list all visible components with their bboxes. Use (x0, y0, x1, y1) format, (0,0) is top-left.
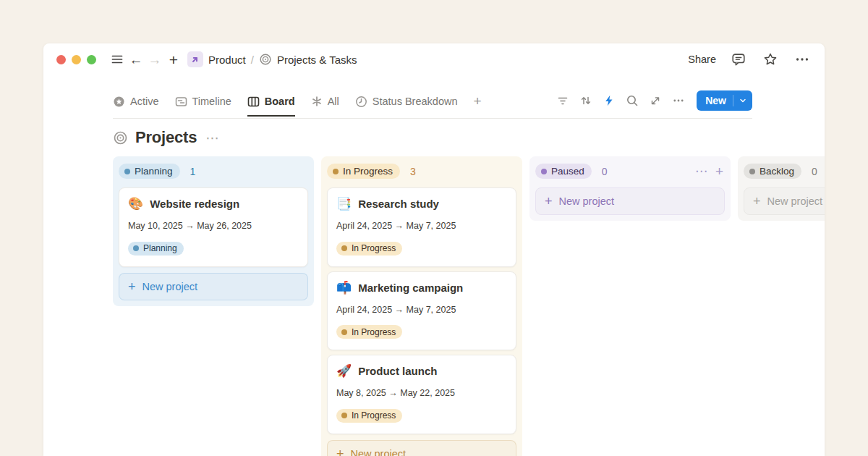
automation-bolt-icon[interactable] (600, 92, 618, 109)
minimize-window-button[interactable] (72, 55, 81, 64)
column-count: 0 (602, 166, 608, 177)
status-label: Planning (135, 166, 173, 177)
sort-icon[interactable] (576, 92, 595, 109)
status-badge[interactable]: Planning (119, 164, 180, 179)
project-title: Marketing campaign (358, 282, 463, 294)
view-actions: New (553, 90, 752, 118)
new-project-label: New project (559, 195, 615, 207)
new-project-label: New project (351, 448, 407, 456)
new-project-button[interactable]: + New project (327, 440, 516, 456)
search-icon[interactable] (623, 92, 642, 109)
forward-button[interactable]: → (145, 50, 164, 69)
board-column-planning: Planning 1 🎨 Website redesign May 10, 20… (113, 156, 314, 306)
tab-board[interactable]: Board (247, 96, 295, 117)
new-project-button[interactable]: + New project (744, 187, 825, 215)
back-button[interactable]: ← (127, 50, 145, 69)
mailbox-icon: 📫 (336, 282, 352, 294)
project-dates: May 8, 2025 → May 22, 2025 (336, 388, 507, 398)
status-badge[interactable]: Paused (535, 164, 592, 179)
new-project-button[interactable]: + New project (535, 187, 725, 215)
palette-icon: 🎨 (128, 198, 143, 210)
status-badge: In Progress (336, 242, 402, 256)
tab-label: All (328, 96, 339, 107)
board-column-in-progress: In Progress 3 📑 Research study April 24,… (321, 156, 522, 456)
status-badge[interactable]: In Progress (327, 164, 400, 179)
status-label: Paused (551, 166, 584, 177)
column-more-icon[interactable]: ⋯ (695, 165, 708, 177)
tab-timeline[interactable]: Timeline (175, 96, 231, 117)
page-header: Projects ⋯ (113, 128, 752, 147)
window-controls (56, 55, 96, 64)
more-options-icon[interactable] (793, 50, 812, 69)
project-card[interactable]: 🚀 Product launch May 8, 2025 → May 22, 2… (327, 355, 516, 434)
new-page-button[interactable]: + (164, 50, 183, 69)
status-label: Backlog (760, 166, 794, 177)
filter-icon[interactable] (553, 92, 572, 109)
status-badge: In Progress (336, 409, 402, 423)
workspace-icon[interactable] (187, 51, 203, 67)
status-label: In Progress (352, 243, 396, 253)
chevron-down-icon[interactable] (733, 96, 752, 105)
page-title: Projects (135, 128, 197, 147)
board-column-backlog: Backlog 0 + New project (738, 156, 825, 221)
column-header: In Progress 3 (327, 164, 515, 179)
more-view-options-icon[interactable] (669, 92, 688, 109)
expand-icon[interactable] (646, 92, 665, 109)
share-button[interactable]: Share (688, 54, 716, 65)
breadcrumb-page[interactable]: Projects & Tasks (277, 54, 357, 66)
column-count: 1 (190, 166, 196, 177)
project-card[interactable]: 🎨 Website redesign May 10, 2025 → May 26… (119, 187, 308, 267)
plus-icon: + (753, 195, 761, 208)
page-more-icon[interactable]: ⋯ (205, 130, 220, 146)
plus-icon: + (128, 280, 136, 293)
tab-all[interactable]: All (311, 96, 339, 116)
new-button-label: New (697, 95, 733, 106)
sidebar-menu-icon[interactable] (108, 50, 127, 69)
breadcrumb-workspace[interactable]: Product (208, 54, 246, 66)
project-title: Product launch (358, 365, 437, 377)
tab-label: Timeline (192, 96, 231, 107)
close-window-button[interactable] (56, 55, 66, 64)
project-dates: April 24, 2025 → May 7, 2025 (336, 221, 507, 231)
tab-label: Status Breakdown (373, 96, 458, 107)
target-icon (259, 53, 272, 66)
status-badge: In Progress (336, 325, 402, 339)
project-card[interactable]: 📑 Research study April 24, 2025 → May 7,… (327, 187, 516, 267)
project-title: Research study (358, 198, 439, 210)
star-circle-icon (113, 96, 125, 108)
favorite-star-icon[interactable] (761, 50, 780, 69)
view-tabs: Active Timeline Board All Status Breakdo… (113, 93, 482, 118)
comments-icon[interactable] (729, 50, 748, 69)
status-dot (341, 413, 347, 418)
new-project-label: New project (767, 195, 823, 207)
plus-icon: + (336, 447, 344, 456)
forward-arrow-icon: → (148, 53, 162, 67)
tab-status-breakdown[interactable]: Status Breakdown (355, 96, 458, 117)
titlebar: ← → + Product / Projects & Tasks Share (43, 43, 825, 75)
add-view-button[interactable]: + (473, 93, 481, 118)
plus-icon: + (545, 195, 553, 208)
project-card[interactable]: 📫 Marketing campaign April 24, 2025 → Ma… (327, 271, 516, 351)
status-label: In Progress (352, 410, 396, 421)
new-project-button[interactable]: + New project (119, 273, 308, 300)
asterisk-icon (311, 96, 323, 107)
project-dates: May 10, 2025 → May 26, 2025 (128, 221, 299, 231)
project-title: Website redesign (150, 198, 239, 210)
column-add-icon[interactable]: + (715, 164, 723, 178)
plus-icon: + (169, 52, 178, 67)
timeline-icon (175, 96, 187, 108)
column-header: Planning 1 (119, 164, 307, 179)
status-badge[interactable]: Backlog (744, 164, 801, 179)
tab-active[interactable]: Active (113, 96, 159, 117)
bookmark-tabs-icon: 📑 (336, 198, 352, 210)
board-icon (247, 96, 260, 108)
column-count: 3 (410, 166, 416, 177)
page-target-icon (113, 130, 128, 145)
maximize-window-button[interactable] (87, 55, 96, 64)
status-dot (341, 329, 347, 335)
new-button[interactable]: New (697, 90, 752, 111)
status-dot (341, 245, 347, 251)
status-label: In Progress (352, 327, 396, 337)
status-dot (124, 169, 130, 174)
status-dot (333, 169, 339, 174)
